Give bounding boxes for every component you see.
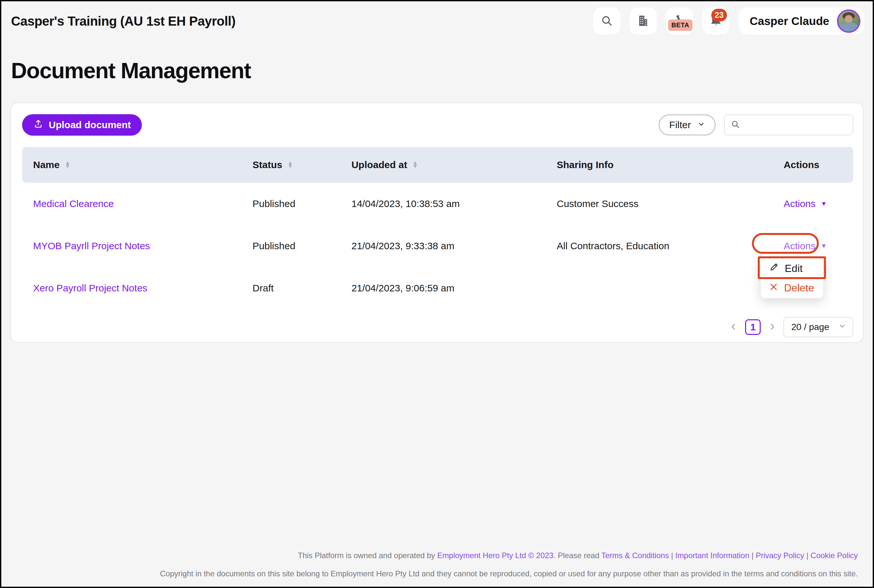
notifications-button[interactable]: 23 xyxy=(702,8,730,35)
document-card: Upload document Filter xyxy=(11,102,863,343)
column-header-name[interactable]: Name ▲▼ xyxy=(22,159,242,170)
sort-icon[interactable]: ▲▼ xyxy=(65,161,71,168)
cookie-policy-link[interactable]: Cookie Policy xyxy=(811,551,858,560)
column-header-sharing-info: Sharing Info xyxy=(546,159,773,170)
terms-conditions-link[interactable]: Terms & Conditions xyxy=(601,551,669,560)
notification-count-badge: 23 xyxy=(711,9,727,21)
footer: This Platform is owned and operated by E… xyxy=(160,542,858,578)
user-menu-button[interactable]: Casper Claude xyxy=(739,8,864,35)
x-icon xyxy=(769,282,778,294)
table-header-row: Name ▲▼ Status ▲▼ Uploaded at ▲▼ Sharing… xyxy=(22,147,853,183)
delete-label: Delete xyxy=(784,282,814,294)
topbar: Casper's Training (AU 1st EH Payroll) BE… xyxy=(1,1,873,36)
sort-icon[interactable]: ▲▼ xyxy=(288,161,293,168)
sharing-info-value: All Contractors, Education xyxy=(557,240,670,252)
topbar-actions: BETA 23 Casper Claude xyxy=(593,8,864,35)
row-actions-button-open[interactable]: Actions ▼ xyxy=(773,240,827,252)
document-search-input[interactable] xyxy=(745,119,863,130)
document-link[interactable]: Medical Clearence xyxy=(33,198,114,209)
employment-hero-link[interactable]: Employment Hero Pty Ltd © 2023 xyxy=(437,551,554,560)
uploaded-at-value: 21/04/2023, 9:33:38 am xyxy=(351,240,454,252)
card-toolbar: Upload document Filter xyxy=(22,114,853,136)
pagination: 1 20 / page xyxy=(22,317,853,337)
edit-label: Edit xyxy=(785,262,803,274)
chevron-down-icon xyxy=(838,322,846,332)
menu-item-delete[interactable]: Delete xyxy=(761,278,823,298)
menu-item-edit[interactable]: Edit xyxy=(761,259,823,278)
avatar xyxy=(837,9,860,33)
footer-line-2: Copyright in the documents on this site … xyxy=(160,569,858,578)
organisation-icon xyxy=(636,14,650,28)
user-name: Casper Claude xyxy=(750,15,829,28)
org-title: Casper's Training (AU 1st EH Payroll) xyxy=(11,14,236,28)
column-header-uploaded-at[interactable]: Uploaded at ▲▼ xyxy=(340,159,545,170)
page-title: Document Management xyxy=(11,58,873,83)
row-actions-button[interactable]: Actions ▼ xyxy=(773,198,827,209)
uploaded-at-value: 21/04/2023, 9:06:59 am xyxy=(351,283,454,294)
status-value: Published xyxy=(252,240,296,252)
status-value: Draft xyxy=(252,283,274,294)
document-link[interactable]: Xero Payroll Project Notes xyxy=(33,283,147,294)
column-header-status[interactable]: Status ▲▼ xyxy=(242,159,341,170)
column-header-actions: Actions xyxy=(773,159,853,170)
sharing-info-value: Customer Success xyxy=(557,198,638,209)
document-link[interactable]: MYOB Payrll Project Notes xyxy=(33,240,150,252)
chevron-left-icon xyxy=(729,322,739,333)
page-size-value: 20 / page xyxy=(791,322,829,332)
table-row: Medical Clearence Published 14/04/2023, … xyxy=(22,183,853,225)
beta-badge: BETA xyxy=(668,20,692,31)
screen: Casper's Training (AU 1st EH Payroll) BE… xyxy=(0,0,874,588)
caret-down-icon: ▼ xyxy=(821,200,827,207)
search-button[interactable] xyxy=(593,8,620,35)
filter-button[interactable]: Filter xyxy=(659,114,716,135)
table-row: MYOB Payrll Project Notes Published 21/0… xyxy=(22,225,853,267)
actions-dropdown-menu: Edit Delete xyxy=(761,258,823,298)
search-icon xyxy=(600,14,613,28)
chevron-right-icon xyxy=(767,322,777,333)
document-search xyxy=(724,114,853,135)
status-value: Published xyxy=(252,198,296,209)
page-size-select[interactable]: 20 / page xyxy=(784,317,853,337)
caret-down-icon: ▼ xyxy=(821,242,827,249)
sort-icon[interactable]: ▲▼ xyxy=(412,161,418,168)
uploaded-at-value: 14/04/2023, 10:38:53 am xyxy=(351,198,460,209)
upload-icon xyxy=(33,119,44,131)
page-number-button[interactable]: 1 xyxy=(745,319,761,335)
upload-document-button[interactable]: Upload document xyxy=(22,114,142,136)
toolbar-right: Filter xyxy=(659,114,853,135)
organisation-button[interactable] xyxy=(629,8,657,35)
important-information-link[interactable]: Important Information xyxy=(675,551,749,560)
chevron-down-icon xyxy=(697,119,705,130)
footer-line-1: This Platform is owned and operated by E… xyxy=(160,551,858,560)
table-row: Xero Payroll Project Notes Draft 21/04/2… xyxy=(22,267,853,309)
search-icon xyxy=(730,119,740,130)
pencil-icon xyxy=(769,262,779,274)
beta-features-button[interactable]: BETA xyxy=(666,8,693,35)
previous-page-button[interactable] xyxy=(729,322,739,333)
privacy-policy-link[interactable]: Privacy Policy xyxy=(756,551,804,560)
upload-button-label: Upload document xyxy=(49,119,131,130)
next-page-button[interactable] xyxy=(767,322,777,333)
documents-table: Name ▲▼ Status ▲▼ Uploaded at ▲▼ Sharing… xyxy=(22,147,853,337)
filter-button-label: Filter xyxy=(669,119,691,130)
